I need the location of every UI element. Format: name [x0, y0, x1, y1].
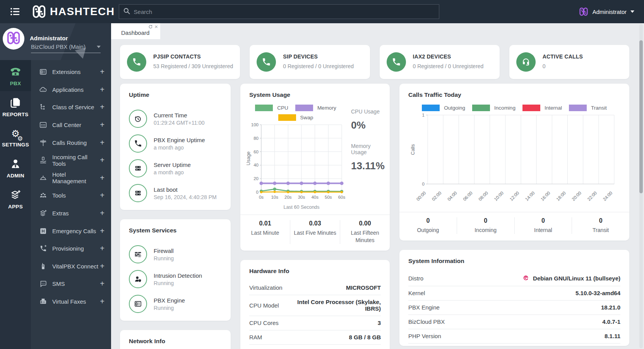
row-label: PBX Engine — [408, 304, 440, 311]
brand-text: HASHTECH — [50, 5, 115, 18]
svg-text:06:00: 06:00 — [462, 191, 473, 202]
menu-item-incoming-call-tools[interactable]: Incoming Call Tools+ — [31, 151, 111, 169]
menu-item-vitalpbx-connect[interactable]: VitalPBX Connect+ — [31, 258, 111, 275]
avatar-logo-icon — [6, 30, 21, 47]
svg-text:04:00: 04:00 — [447, 191, 458, 202]
item-label: Server Uptime — [154, 162, 191, 168]
tab-close-icon[interactable]: × — [154, 24, 158, 29]
stat-value: 0.01 — [243, 220, 288, 227]
menu-item-tools[interactable]: Tools+ — [31, 187, 111, 205]
cpu-usage-label: CPU Usage — [351, 108, 385, 115]
menu-item-class-of-service[interactable]: Class of Service+ — [31, 98, 111, 116]
expand-plus-icon[interactable]: + — [100, 227, 104, 236]
table-row: RAM8 GB / 8 GB — [249, 330, 381, 345]
stat-cards-row: PJSIP CONTACTS53 Registered / 309 Unregi… — [120, 45, 629, 79]
uptime-card: Uptime Current Time01:29:24 GMT+11:00PBX… — [120, 84, 231, 210]
tab-label: Dashboard — [121, 29, 149, 36]
card-title: Network Info — [120, 330, 231, 345]
tenant-select[interactable]: BizCloud PBX (Main) — [31, 43, 101, 53]
legend-swatch — [295, 105, 313, 111]
menu-item-label: Applications — [52, 86, 84, 93]
menu-item-extensions[interactable]: Extensions+ — [31, 63, 111, 81]
svg-text:Calls: Calls — [410, 144, 416, 155]
menu-item-sms[interactable]: SMS+ — [31, 275, 111, 293]
square-h-icon — [39, 227, 47, 235]
menu-item-calls-routing[interactable]: Calls Routing+ — [31, 134, 111, 151]
menu-item-virtual-faxes[interactable]: Virtual Faxes+ — [31, 293, 111, 311]
scrollbar-thumb[interactable] — [639, 40, 643, 193]
expand-plus-icon[interactable]: + — [100, 85, 104, 94]
row-value: MICROSOFT — [346, 284, 381, 291]
expand-plus-icon[interactable]: + — [100, 103, 104, 112]
menu-item-provisioning[interactable]: Provisioning+ — [31, 240, 111, 258]
tab-refresh-icon[interactable] — [148, 24, 153, 29]
rail-item-apps[interactable]: APPS — [0, 183, 31, 214]
rail-item-reports[interactable]: REPORTS — [0, 91, 31, 122]
stat-label: Internal — [517, 227, 570, 234]
topbar: HASHTECH Administrator — [0, 0, 644, 23]
stat-cell-outgoing: 0Outgoing — [399, 217, 457, 234]
search-input[interactable] — [134, 9, 435, 15]
expand-plus-icon[interactable]: + — [100, 138, 104, 147]
item-value: 01:29:24 GMT+11:00 — [154, 120, 205, 126]
rail-item-label: SETTINGS — [0, 142, 31, 148]
list-item: PBX EngineRunning — [129, 295, 222, 313]
copy-icon — [10, 97, 21, 109]
stat-label: Incoming — [459, 227, 512, 234]
avatar[interactable] — [3, 28, 24, 50]
item-label: Intrusion Detection — [154, 272, 202, 279]
menu-item-label: Calls Routing — [52, 139, 87, 146]
table-row: PBX Engine18.21.0 — [408, 301, 620, 315]
table-row: DistroDebian GNU/Linux 11 (bullseye) — [408, 271, 620, 286]
expand-plus-icon[interactable]: + — [100, 67, 104, 76]
expand-plus-icon[interactable]: + — [100, 120, 104, 129]
rail-item-settings[interactable]: ⚙⚙SETTINGS — [0, 122, 31, 152]
expand-plus-icon[interactable]: + — [100, 156, 104, 165]
stat-value: 0 — [517, 217, 570, 224]
walkie-icon — [39, 262, 47, 270]
tab-dashboard[interactable]: Dashboard × — [111, 23, 160, 39]
menu-item-emergency-calls[interactable]: Emergency Calls+ — [31, 222, 111, 240]
item-value: Sep 16, 2024, 4:40:28 PM — [154, 194, 217, 200]
row-value: 5.10.0-32-amd64 — [575, 290, 620, 296]
stat-cell-last-minute: 0.01Last Minute — [240, 220, 290, 244]
expand-plus-icon[interactable]: + — [100, 279, 104, 288]
menu-item-hotel-management[interactable]: Hotel Management+ — [31, 169, 111, 187]
legend-swatch — [422, 105, 440, 111]
menu-item-label: Class of Service — [52, 104, 94, 110]
menu-item-call-center[interactable]: Call Center+ — [31, 116, 111, 134]
menu-toggle-button[interactable] — [10, 5, 22, 18]
phone-classic-icon — [10, 66, 21, 78]
expand-plus-icon[interactable]: + — [100, 209, 104, 218]
expand-plus-icon[interactable]: + — [100, 297, 104, 306]
chat-dots-icon — [39, 280, 47, 288]
legend-swatch — [569, 105, 587, 111]
expand-plus-icon[interactable]: + — [100, 244, 104, 253]
svg-text:0: 0 — [256, 190, 259, 194]
stat-card-value: 53 Registered / 309 Unregistered — [153, 62, 233, 70]
rail-item-pbx[interactable]: PBX — [0, 60, 31, 91]
legend-item-transit: Transit — [569, 105, 607, 111]
svg-text:10s: 10s — [271, 195, 278, 199]
server-icon — [129, 184, 147, 202]
svg-text:12:00: 12:00 — [509, 191, 520, 202]
expand-plus-icon[interactable]: + — [100, 191, 104, 200]
table-row: Kernel5.10.0-32-amd64 — [408, 286, 620, 301]
menu-item-applications[interactable]: Applications+ — [31, 81, 111, 99]
user-menu-button[interactable]: Administrator — [579, 7, 634, 17]
svg-text:Usage: Usage — [246, 151, 251, 165]
expand-plus-icon[interactable]: + — [100, 174, 104, 182]
stat-cell-transit: 0Transit — [572, 217, 629, 234]
user-logo-icon — [579, 7, 589, 17]
phone-handset-icon — [129, 134, 147, 153]
item-label: Firewall — [154, 248, 174, 254]
office-phone-icon — [129, 295, 147, 313]
item-value: a month ago — [154, 169, 191, 175]
expand-plus-icon[interactable]: + — [100, 262, 104, 271]
rail-item-admin[interactable]: ADMIN — [0, 152, 31, 183]
legend-label: Outgoing — [444, 105, 465, 111]
stat-label: Transit — [574, 227, 627, 234]
svg-text:100: 100 — [251, 122, 259, 127]
menu-item-extras[interactable]: Extras+ — [31, 205, 111, 222]
system-usage-chart: 0204060801000s10s20s30s40s50s60sLast 60 … — [246, 122, 346, 211]
